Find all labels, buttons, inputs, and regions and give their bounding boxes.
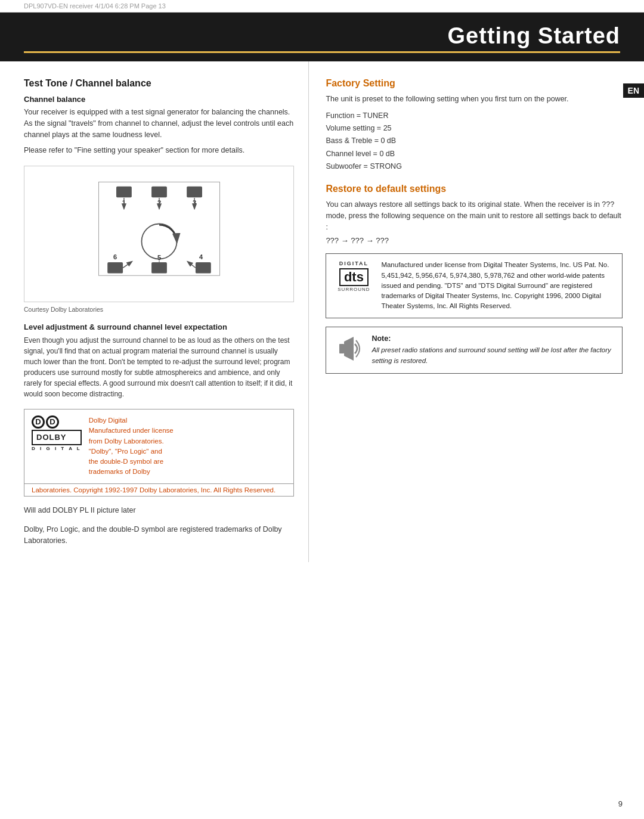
restore-sequence: ??? → ??? → ???	[326, 236, 623, 245]
factory-settings-list: Function = TUNER Volume setting = 25 Bas…	[326, 110, 623, 173]
dts-main-logo: dts	[339, 268, 369, 286]
factory-setting-channel: Channel level = 0 dB	[326, 148, 623, 160]
seq-part3: ???	[376, 236, 389, 245]
placeholder-dolby-pl: Will add DOLBY PL II picture later	[24, 505, 294, 516]
factory-setting-volume: Volume setting = 25	[326, 122, 623, 135]
level-adj-body: Even though you adjust the surround chan…	[24, 335, 294, 399]
factory-setting-function: Function = TUNER	[326, 110, 623, 122]
svg-line-19	[123, 262, 132, 268]
factory-setting-title: Factory Setting	[326, 78, 623, 89]
speaker-diagram-svg: 1 2 3	[88, 175, 231, 294]
right-column: Factory Setting The unit is preset to th…	[309, 61, 644, 562]
dts-box: DIGITAL dts SURROUND Manufactured under …	[326, 253, 623, 318]
test-tone-title: Test Tone / Channel balance	[24, 78, 294, 89]
restore-body: You can always restore all settings back…	[326, 199, 623, 232]
svg-rect-17	[107, 262, 123, 273]
dolby-text-content: Dolby Digital Manufactured under license…	[89, 415, 174, 477]
dolby-line3: "Dolby", "Pro Logic" and	[89, 446, 174, 457]
page-title: Getting Started	[448, 23, 620, 48]
dolby-d-right: D	[46, 415, 59, 429]
dolby-line4: the double-D symbol are	[89, 457, 174, 467]
arrow2: →	[366, 236, 376, 245]
svg-rect-1	[116, 187, 132, 197]
header-underline	[24, 51, 620, 53]
language-badge: EN	[623, 83, 644, 98]
diagram-caption: Courtesy Dolby Laboratories	[24, 306, 294, 313]
speaker-diagram: 1 2 3	[24, 166, 294, 302]
channel-balance-body1: Your receiver is equipped with a test si…	[24, 107, 294, 140]
factory-setting-bass-treble: Bass & Treble = 0 dB	[326, 135, 623, 147]
svg-rect-4	[151, 187, 167, 197]
factory-intro: The unit is preset to the following sett…	[326, 94, 623, 105]
svg-text:6: 6	[113, 253, 117, 260]
dolby-footer: Laboratories. Copyright 1992-1997 Dolby …	[24, 484, 294, 497]
file-info: DPL907VD-EN receiver 4/1/04 6:28 PM Page…	[24, 2, 166, 10]
dts-text: Manufactured under license from Digital …	[381, 260, 615, 311]
channel-balance-subtitle: Channel balance	[24, 95, 294, 104]
level-adj-title: Level adjustment & surround channel leve…	[24, 322, 294, 331]
dts-top-label: DIGITAL	[333, 260, 374, 268]
dolby-line2: from Dolby Laboratories.	[89, 436, 174, 446]
page-header: Getting Started	[0, 13, 644, 61]
svg-rect-11	[196, 262, 211, 273]
seq-part1: ???	[326, 236, 339, 245]
dolby-d-left: D	[32, 415, 45, 429]
dolby-title: Dolby Digital	[89, 415, 174, 426]
note-content: Note: All preset radio stations and surr…	[371, 333, 615, 366]
meta-header: DPL907VD-EN receiver 4/1/04 6:28 PM Page…	[0, 0, 644, 13]
dolby-box: D D DOLBY D I G I T A L Dolby Digital Ma…	[24, 409, 294, 484]
dolby-wordmark: DOLBY	[32, 430, 82, 445]
channel-balance-body2: Please refer to "Fine setting your speak…	[24, 145, 294, 156]
dts-bottom-label: SURROUND	[333, 286, 374, 293]
dolby-double-d: D D	[32, 415, 82, 429]
svg-rect-20	[339, 344, 344, 353]
note-title: Note:	[371, 333, 615, 345]
dolby-line5: trademarks of Dolby	[89, 467, 174, 477]
svg-text:4: 4	[199, 253, 203, 260]
svg-marker-21	[344, 337, 354, 361]
svg-rect-7	[187, 187, 202, 197]
placeholder-trademark: Dolby, Pro Logic, and the double-D symbo…	[24, 524, 294, 547]
note-text: All preset radio stations and surround s…	[371, 345, 615, 366]
dts-logo: DIGITAL dts SURROUND	[333, 260, 374, 293]
note-box: Note: All preset radio stations and surr…	[326, 327, 623, 374]
seq-part2: ???	[351, 236, 364, 245]
page-number: 9	[618, 799, 623, 808]
arrow1: →	[341, 236, 351, 245]
svg-rect-14	[151, 262, 167, 273]
left-column: Test Tone / Channel balance Channel bala…	[0, 61, 309, 562]
dolby-digital-text: D I G I T A L	[32, 445, 82, 452]
factory-setting-subwoofer: Subwoofer = STRONG	[326, 160, 623, 173]
note-icon	[333, 333, 364, 367]
main-layout: Test Tone / Channel balance Channel bala…	[0, 61, 644, 562]
restore-title: Restore to default settings	[326, 184, 623, 194]
note-wave-icon	[333, 333, 364, 364]
dolby-logo: D D DOLBY D I G I T A L	[32, 415, 82, 452]
svg-line-13	[188, 262, 196, 268]
dolby-line1: Manufactured under license	[89, 426, 174, 436]
